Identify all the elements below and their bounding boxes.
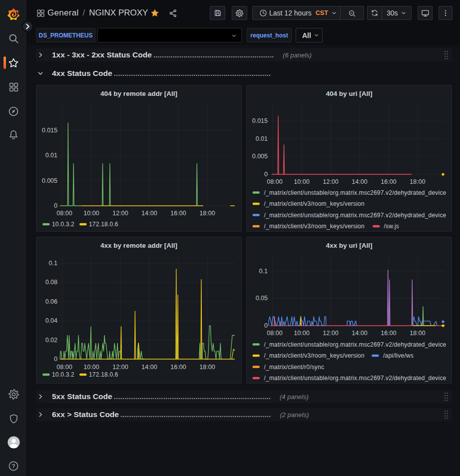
svg-text:0.01: 0.01 [256, 135, 268, 142]
svg-text:172.18.0.6: 172.18.0.6 [89, 221, 118, 228]
svg-text:0: 0 [54, 202, 57, 209]
svg-text:12:00: 12:00 [112, 364, 128, 371]
svg-text:/_matrix/client/v3/room_keys/v: /_matrix/client/v3/room_keys/version [264, 352, 365, 359]
svg-text:0: 0 [54, 356, 57, 363]
svg-text:18:00: 18:00 [410, 178, 425, 185]
svg-text:08:00: 08:00 [267, 330, 282, 337]
svg-text:16:00: 16:00 [381, 330, 396, 337]
svg-text:/_matrix/client/unstable/org.m: /_matrix/client/unstable/org.matrix.msc2… [264, 375, 447, 382]
svg-text:18:00: 18:00 [410, 330, 425, 337]
svg-text:0.005: 0.005 [252, 153, 268, 160]
svg-text:/sw.js: /sw.js [384, 223, 400, 230]
svg-text:10.0.3.2: 10.0.3.2 [52, 221, 74, 228]
svg-text:18:00: 18:00 [199, 364, 215, 371]
svg-text:0.08: 0.08 [45, 279, 57, 286]
svg-text:0: 0 [264, 171, 268, 178]
svg-text:10:00: 10:00 [83, 364, 99, 371]
svg-text:12:00: 12:00 [323, 330, 338, 337]
svg-text:0.015: 0.015 [42, 127, 57, 134]
svg-text:08:00: 08:00 [267, 178, 282, 185]
svg-text:/_matrix/client/v3/room_keys/v: /_matrix/client/v3/room_keys/version [264, 200, 365, 207]
svg-text:/_matrix/client/unstable/org.m: /_matrix/client/unstable/org.matrix.msc2… [264, 341, 447, 348]
svg-text:0.05: 0.05 [256, 295, 268, 302]
svg-text:/_matrix/client/v3/room_keys/v: /_matrix/client/v3/room_keys/version [264, 223, 365, 230]
svg-text:/_matrix/client/unstable/org.m: /_matrix/client/unstable/org.matrix.msc2… [264, 189, 447, 196]
svg-text:12:00: 12:00 [112, 210, 128, 217]
svg-text:16:00: 16:00 [381, 178, 396, 185]
svg-text:08:00: 08:00 [56, 210, 72, 217]
svg-text:14:00: 14:00 [141, 210, 157, 217]
svg-text:08:00: 08:00 [56, 364, 72, 371]
svg-text:0.1: 0.1 [49, 260, 57, 267]
svg-text:14:00: 14:00 [352, 178, 367, 185]
svg-text:0.06: 0.06 [45, 298, 57, 305]
svg-text:/_matrix/client/unstable/org.m: /_matrix/client/unstable/org.matrix.msc2… [264, 212, 447, 219]
svg-text:0.015: 0.015 [252, 117, 268, 124]
svg-text:10:00: 10:00 [294, 178, 309, 185]
svg-text:0.02: 0.02 [45, 337, 57, 344]
svg-text:?: ? [12, 463, 15, 469]
svg-text:0.04: 0.04 [45, 317, 57, 324]
svg-text:16:00: 16:00 [170, 210, 186, 217]
svg-text:10.0.3.2: 10.0.3.2 [52, 371, 74, 378]
svg-text:14:00: 14:00 [352, 330, 367, 337]
svg-text:0.005: 0.005 [42, 177, 57, 184]
svg-text:0.01: 0.01 [45, 152, 57, 159]
svg-text:14:00: 14:00 [141, 364, 157, 371]
svg-text:10:00: 10:00 [83, 210, 99, 217]
svg-text:16:00: 16:00 [170, 364, 186, 371]
svg-text:12:00: 12:00 [323, 178, 338, 185]
svg-text:0: 0 [264, 322, 268, 329]
svg-text:18:00: 18:00 [199, 210, 215, 217]
svg-text:172.18.0.6: 172.18.0.6 [89, 371, 118, 378]
svg-text:0.1: 0.1 [259, 268, 268, 275]
svg-text:10:00: 10:00 [294, 330, 309, 337]
svg-text:/_matrix/client/r0/sync: /_matrix/client/r0/sync [264, 364, 325, 371]
svg-text:/api/live/ws: /api/live/ws [383, 352, 414, 359]
